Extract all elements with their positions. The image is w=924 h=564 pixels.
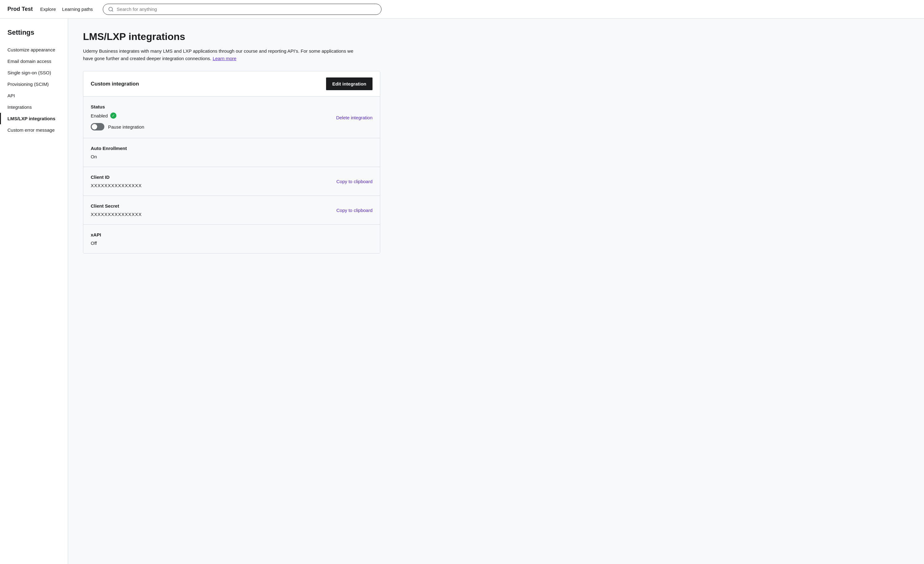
- top-nav: Prod Test Explore Learning paths: [0, 0, 924, 19]
- page-title: LMS/LXP integrations: [83, 31, 909, 42]
- copy-client-id-link[interactable]: Copy to clipboard: [336, 179, 372, 184]
- main-content: LMS/LXP integrations Udemy Business inte…: [68, 19, 924, 564]
- nav-brand[interactable]: Prod Test: [8, 6, 33, 12]
- status-enabled-text: Enabled: [91, 113, 108, 118]
- search-input[interactable]: [117, 6, 376, 12]
- client-secret-value: XXXXXXXXXXXXXXX: [91, 212, 372, 217]
- nav-links: Explore Learning paths: [40, 6, 93, 12]
- sidebar-item-5[interactable]: Integrations: [0, 101, 68, 113]
- sidebar-item-2[interactable]: Single sign-on (SSO): [0, 67, 68, 78]
- delete-integration-link[interactable]: Delete integration: [336, 115, 372, 120]
- sidebar-title: Settings: [0, 29, 68, 44]
- pause-integration-toggle[interactable]: [91, 123, 104, 131]
- sidebar-item-7[interactable]: Custom error message: [0, 124, 68, 136]
- toggle-thumb: [92, 124, 97, 129]
- edit-integration-button[interactable]: Edit integration: [326, 77, 372, 90]
- status-section: Status Enabled ✓ Pause integration Delet…: [83, 97, 380, 138]
- status-label: Status: [91, 104, 372, 110]
- check-icon: ✓: [110, 113, 116, 119]
- xapi-label: xAPI: [91, 232, 372, 238]
- sidebar-item-1[interactable]: Email domain access: [0, 56, 68, 67]
- client-id-label: Client ID: [91, 174, 372, 180]
- card-header: Custom integration Edit integration: [83, 71, 380, 97]
- sidebar-item-6[interactable]: LMS/LXP integrations: [0, 113, 68, 124]
- learn-more-link[interactable]: Learn more: [213, 56, 237, 61]
- svg-line-1: [112, 10, 113, 11]
- client-secret-label: Client Secret: [91, 203, 372, 209]
- page-description: Udemy Business integrates with many LMS …: [83, 47, 362, 62]
- status-row: Enabled ✓: [91, 113, 372, 119]
- copy-client-secret-link[interactable]: Copy to clipboard: [336, 208, 372, 213]
- auto-enrollment-section: Auto Enrollment On: [83, 138, 380, 167]
- card-header-title: Custom integration: [91, 81, 139, 87]
- integration-card: Custom integration Edit integration Stat…: [83, 71, 380, 254]
- auto-enrollment-label: Auto Enrollment: [91, 146, 372, 151]
- xapi-value: Off: [91, 241, 372, 246]
- auto-enrollment-value: On: [91, 154, 372, 159]
- pause-label: Pause integration: [108, 124, 144, 129]
- card-body: Status Enabled ✓ Pause integration Delet…: [83, 97, 380, 253]
- sidebar-item-0[interactable]: Customize appearance: [0, 44, 68, 56]
- sidebar: Settings Customize appearanceEmail domai…: [0, 19, 68, 564]
- layout: Settings Customize appearanceEmail domai…: [0, 19, 924, 564]
- sidebar-nav: Customize appearanceEmail domain accessS…: [0, 44, 68, 136]
- nav-link-learning-paths[interactable]: Learning paths: [62, 6, 93, 12]
- client-id-value: XXXXXXXXXXXXXXX: [91, 183, 372, 188]
- sidebar-item-3[interactable]: Provisioning (SCIM): [0, 78, 68, 90]
- client-secret-section: Client Secret XXXXXXXXXXXXXXX Copy to cl…: [83, 196, 380, 225]
- sidebar-item-4[interactable]: API: [0, 90, 68, 101]
- search-bar: [103, 4, 381, 15]
- search-icon: [108, 6, 114, 12]
- pause-row: Pause integration: [91, 123, 372, 131]
- nav-link-explore[interactable]: Explore: [40, 6, 56, 12]
- client-id-section: Client ID XXXXXXXXXXXXXXX Copy to clipbo…: [83, 167, 380, 196]
- xapi-section: xAPI Off: [83, 225, 380, 253]
